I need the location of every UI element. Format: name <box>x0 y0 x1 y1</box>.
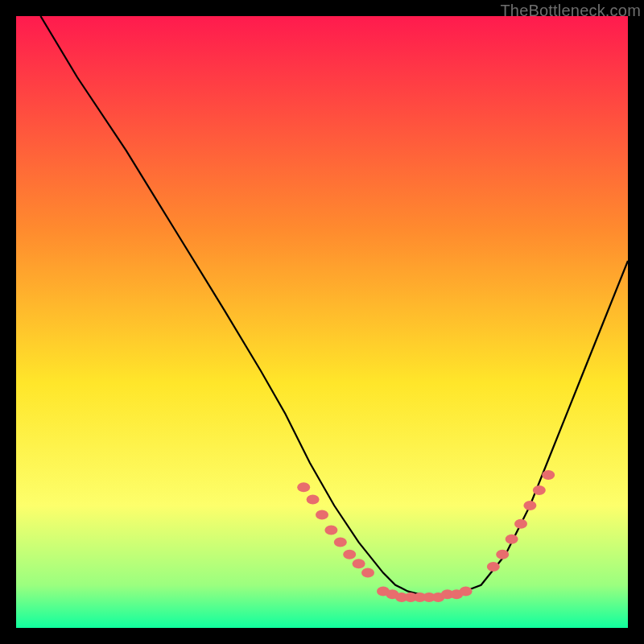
data-dot <box>496 550 509 559</box>
chart-svg <box>16 16 628 628</box>
gradient-background <box>16 16 628 628</box>
data-dot <box>334 538 347 547</box>
data-dot <box>514 519 527 529</box>
data-dot <box>361 568 374 578</box>
data-dot <box>523 501 536 510</box>
data-dot <box>316 510 328 519</box>
data-dot <box>307 494 320 504</box>
data-dot <box>506 535 518 544</box>
chart-frame <box>16 16 628 628</box>
data-dot <box>487 562 500 572</box>
data-dot <box>353 559 365 568</box>
data-dot <box>542 470 555 480</box>
watermark-text: TheBottleneck.com <box>500 2 641 20</box>
data-dot <box>297 482 310 492</box>
data-dot <box>324 525 337 535</box>
data-dot <box>460 586 473 596</box>
data-dot <box>343 550 356 559</box>
data-dot <box>533 485 546 495</box>
